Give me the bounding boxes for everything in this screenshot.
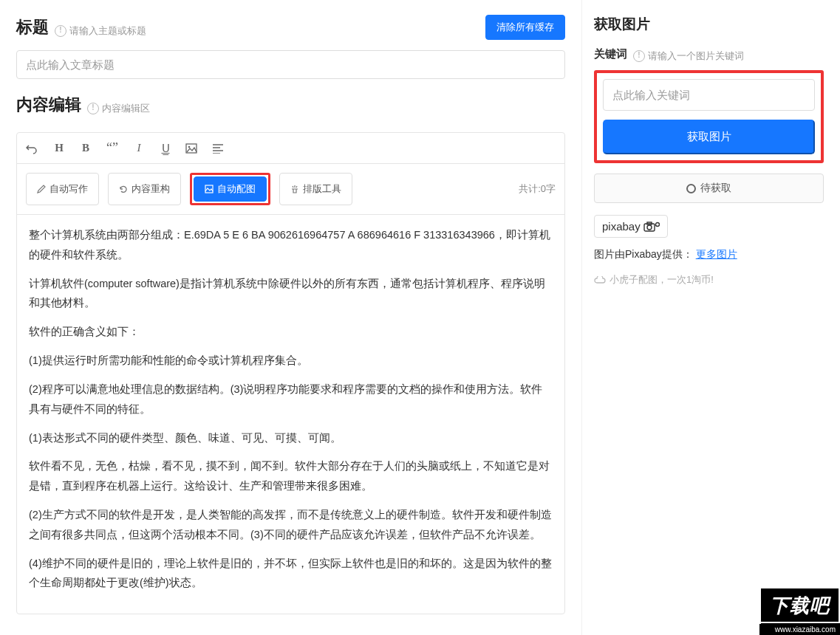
actions-row: 自动写作 内容重构 自动配图 排版工具 <box>17 164 564 215</box>
sidebar-heading: 获取图片 <box>594 15 824 34</box>
auto-write-button[interactable]: 自动写作 <box>26 173 99 205</box>
svg-point-1 <box>188 145 191 148</box>
paragraph: (2)生产方式不同的软件是开发，是人类智能的高发挥，而不是传统意义上的硬件制造。… <box>29 505 553 545</box>
auto-image-highlight: 自动配图 <box>190 173 270 205</box>
watermark-url: www.xiazaiba.com <box>759 624 840 635</box>
word-count: 共计:0字 <box>519 182 556 196</box>
pencil-icon <box>37 185 46 193</box>
bold-icon[interactable]: B <box>79 142 92 154</box>
keyword-hint: 请输入一个图片关键词 <box>633 49 744 63</box>
camera-icon <box>643 222 660 232</box>
tao-cost-line: 小虎子配图，一次1淘币! <box>594 273 824 286</box>
fetch-image-button[interactable]: 获取图片 <box>603 120 815 154</box>
image-credit: 图片由Pixabay提供： 更多图片 <box>594 248 824 261</box>
paragraph: 计算机软件(computer software)是指计算机系统中除硬件以外的所有… <box>29 274 553 314</box>
content-heading: 内容编辑 <box>16 94 81 116</box>
layout-tool-button[interactable]: 排版工具 <box>279 173 352 205</box>
pixabay-badge: pixabay <box>594 215 668 238</box>
quote-icon[interactable]: “” <box>106 140 119 156</box>
paragraph: 软件看不见，无色，枯燥，看不见，摸不到，闻不到。软件大部分存在于人们的头脑或纸上… <box>29 456 553 496</box>
heading-icon[interactable]: H <box>52 142 66 154</box>
keyword-input[interactable] <box>603 79 815 111</box>
keyword-label: 关键词 <box>594 47 627 61</box>
italic-icon[interactable]: I <box>132 142 146 154</box>
content-hint: 内容编辑区 <box>87 102 150 115</box>
svg-point-8 <box>647 225 652 230</box>
paragraph: (1)表达形式不同的硬件类型、颜色、味道、可见、可摸、可闻。 <box>29 428 553 448</box>
watermark: 下载吧 www.xiazaiba.com <box>759 587 840 635</box>
title-heading: 标题 <box>16 16 49 38</box>
refresh-icon <box>119 185 128 193</box>
circle-icon <box>686 184 696 193</box>
format-toolbar: H B “” I U̲ <box>17 133 564 164</box>
restructure-button[interactable]: 内容重构 <box>108 173 181 205</box>
auto-image-button[interactable]: 自动配图 <box>194 176 267 202</box>
title-hint: 请输入主题或标题 <box>55 24 146 38</box>
paragraph: (2)程序可以满意地处理信息的数据结构。(3)说明程序功能要求和程序需要的文档的… <box>29 380 553 419</box>
editor-content[interactable]: 整个计算机系统由两部分组成：E.69DA 5 E 6 BA 9062616964… <box>17 215 564 614</box>
more-images-link[interactable]: 更多图片 <box>696 248 737 260</box>
svg-point-10 <box>655 222 659 226</box>
underline-icon[interactable]: U̲ <box>159 142 172 155</box>
undo-icon[interactable] <box>26 143 39 154</box>
sidebar-panel: 获取图片 关键词 请输入一个图片关键词 获取图片 待获取 pixabay 图片由… <box>581 0 840 635</box>
paragraph: (1)提供运行时所需功能和性能的命令或计算机程序集合。 <box>29 351 553 371</box>
main-panel: 标题 请输入主题或标题 清除所有缓存 内容编辑 内容编辑区 H B “” I U… <box>0 0 581 635</box>
align-icon[interactable] <box>212 143 225 154</box>
cloud-icon <box>594 276 606 284</box>
article-title-input[interactable] <box>16 50 565 79</box>
image-icon[interactable] <box>185 143 199 154</box>
image-small-icon <box>205 185 214 193</box>
tool-icon <box>290 185 299 193</box>
pending-status: 待获取 <box>594 174 824 203</box>
paragraph: 软件的正确含义如下： <box>29 322 553 342</box>
editor-box: H B “” I U̲ 自动写作 <box>16 132 565 614</box>
paragraph: 整个计算机系统由两部分组成：E.69DA 5 E 6 BA 9062616964… <box>29 225 553 265</box>
keyword-highlight-box: 获取图片 <box>594 70 824 163</box>
watermark-logo: 下载吧 <box>759 587 840 623</box>
paragraph: (4)维护不同的硬件是旧的，理论上软件是旧的，并不坏，但实际上软件也是旧的和坏的… <box>29 554 553 594</box>
clear-cache-button[interactable]: 清除所有缓存 <box>485 15 565 40</box>
